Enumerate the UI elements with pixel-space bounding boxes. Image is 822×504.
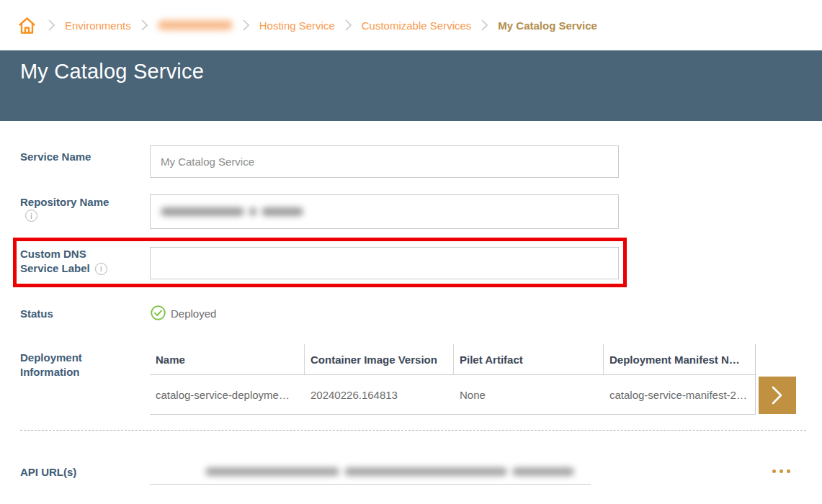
custom-dns-label-line2: Service Label (20, 261, 90, 276)
chevron-right-icon (481, 19, 488, 31)
deployment-table: Name Container Image Version Pilet Artif… (150, 344, 756, 415)
custom-dns-info-icon[interactable]: i (95, 263, 107, 275)
custom-dns-label-line1: Custom DNS (20, 247, 107, 261)
deployment-information-label: Deployment Information (20, 351, 82, 379)
chevron-right-icon (48, 19, 55, 31)
api-urls-label: API URL(s) (20, 465, 76, 480)
column-header-container-image-version: Container Image Version (305, 344, 454, 374)
chevron-right-icon (345, 19, 352, 31)
breadcrumb-item-current: My Catalog Service (498, 19, 597, 32)
row-detail-arrow-button[interactable] (759, 377, 796, 414)
chevron-right-icon (141, 19, 148, 31)
service-name-input[interactable]: My Catalog Service (150, 145, 619, 178)
service-name-label: Service Name (20, 150, 91, 164)
api-url-underline (150, 484, 591, 485)
repository-name-label: Repository Name (20, 195, 109, 210)
repository-name-input[interactable] (150, 194, 619, 229)
service-name-value: My Catalog Service (161, 156, 254, 168)
chevron-right-icon (243, 19, 249, 31)
api-url-redacted-value (205, 467, 574, 476)
page-header-band: My Catalog Service (0, 50, 822, 121)
page-title: My Catalog Service (20, 60, 204, 84)
cell-pilet-artifact: None (454, 389, 604, 401)
table-row[interactable]: catalog-service-deployme… 20240226.16481… (150, 375, 755, 415)
check-circle-icon (151, 305, 166, 323)
catalog-service-page: Environments Hosting Service Customizabl… (0, 0, 822, 504)
repository-name-redacted-value (161, 207, 303, 216)
custom-dns-input[interactable] (150, 247, 619, 279)
ellipsis-icon[interactable] (769, 467, 793, 476)
breadcrumb-item-hosting-service[interactable]: Hosting Service (259, 19, 335, 32)
chevron-right-icon (772, 386, 783, 405)
breadcrumb-item-customizable-services[interactable]: Customizable Services (362, 19, 472, 32)
section-divider (20, 430, 806, 431)
column-header-name: Name (150, 344, 305, 374)
status-value: Deployed (171, 307, 216, 320)
cell-name: catalog-service-deployme… (150, 389, 305, 401)
repository-name-info-icon[interactable]: i (25, 210, 37, 222)
breadcrumb-item-redacted[interactable] (158, 20, 233, 30)
cell-deployment-manifest: catalog-service-manifest-2… (604, 389, 755, 401)
status-label: Status (20, 307, 53, 321)
custom-dns-label: Custom DNS Service Label i (20, 247, 107, 276)
column-header-deployment-manifest: Deployment Manifest N… (604, 344, 755, 374)
cell-container-image-version: 20240226.164813 (305, 389, 454, 401)
breadcrumb-item-environments[interactable]: Environments (65, 19, 131, 32)
breadcrumb: Environments Hosting Service Customizabl… (0, 0, 822, 50)
column-header-pilet-artifact: Pilet Artifact (454, 344, 604, 374)
home-icon[interactable] (17, 16, 37, 35)
deployment-table-header: Name Container Image Version Pilet Artif… (150, 344, 755, 375)
